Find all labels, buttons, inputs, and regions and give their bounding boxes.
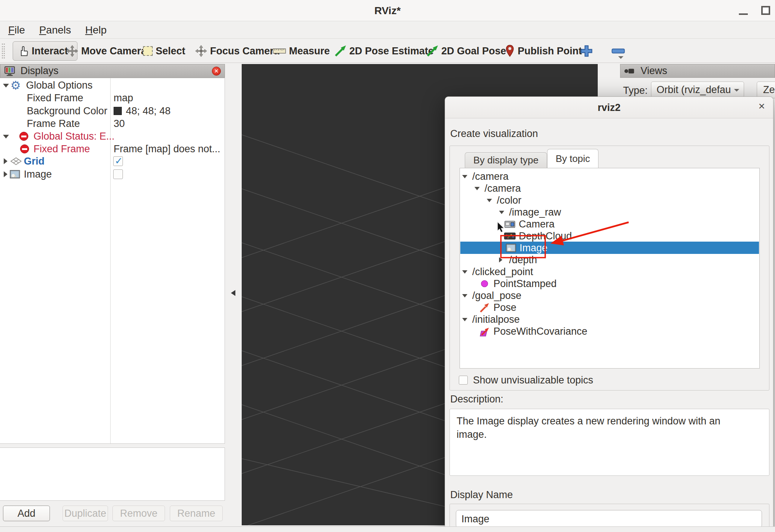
menu-panels[interactable]: Panels — [35, 24, 76, 36]
property-help-area — [0, 447, 225, 501]
show-unvisualizable-row: Show unvisualizable topics — [459, 374, 593, 386]
dialog-title: rviz2 — [445, 97, 773, 118]
display-row-global-options[interactable]: ⚙ Global Options — [0, 79, 225, 92]
expander-down-icon[interactable] — [3, 84, 9, 87]
description-text: The Image display creates a new renderin… — [450, 409, 769, 476]
expander-down-icon[interactable] — [474, 187, 480, 190]
expander-down-icon[interactable] — [462, 175, 467, 178]
row-value[interactable]: 30 — [114, 118, 125, 130]
maximize-button[interactable] — [761, 6, 770, 15]
menu-help[interactable]: Help — [81, 24, 111, 36]
window-title: RViz* — [0, 0, 775, 21]
move-arrows-icon — [66, 45, 78, 57]
add-tool-button[interactable] — [580, 41, 593, 61]
row-value[interactable]: 48; 48; 48 — [126, 105, 171, 117]
tab-by-display-type[interactable]: By display type — [465, 152, 547, 168]
goal-pose-tool-button[interactable]: 2D Goal Pose — [426, 41, 506, 61]
topic-row-clicked-point[interactable]: /clicked_point — [460, 266, 759, 278]
dialog-heading: Create visualization — [450, 128, 538, 140]
point-icon — [480, 280, 489, 288]
tab-by-topic[interactable]: By topic — [547, 149, 599, 168]
close-panel-icon[interactable]: ✕ — [212, 67, 221, 76]
row-label: Image — [24, 169, 52, 180]
toolbar-drag-handle[interactable] — [2, 44, 5, 58]
topic-row-image-raw[interactable]: /image_raw — [460, 206, 759, 218]
expander-down-icon[interactable] — [487, 199, 492, 202]
row-label: Background Color — [27, 105, 107, 117]
monitor-icon — [4, 66, 15, 76]
row-value[interactable]: map — [114, 92, 133, 104]
publish-point-tool-button[interactable]: Publish Point — [505, 41, 582, 61]
display-row-frame-rate[interactable]: Frame Rate 30 — [0, 117, 225, 130]
expander-down-icon[interactable] — [462, 294, 467, 297]
topic-row-initialpose[interactable]: /initialpose — [460, 313, 759, 325]
close-icon[interactable]: × — [758, 100, 765, 112]
map-pin-icon — [505, 45, 515, 57]
dialog-titlebar[interactable]: rviz2 × — [445, 97, 773, 118]
panel-splitter-handle[interactable] — [231, 290, 235, 296]
expander-right-icon[interactable] — [4, 158, 7, 164]
topic-row-pose-display[interactable]: Pose — [460, 302, 759, 313]
topic-row-pointstamped-display[interactable]: PointStamped — [460, 278, 759, 290]
tool-label: Interact — [32, 45, 68, 57]
displays-tree[interactable]: ⚙ Global Options Fixed Frame map Backgro… — [0, 78, 225, 444]
rename-button[interactable]: Rename — [170, 506, 223, 521]
zero-button[interactable]: Zer — [757, 82, 775, 98]
views-panel-header[interactable]: Views — [620, 64, 775, 78]
add-button[interactable]: Add — [3, 506, 50, 521]
row-label: Global Options — [26, 80, 93, 91]
focus-crosshair-icon — [195, 45, 207, 57]
views-type-label: Type: — [623, 85, 648, 96]
topic-row-depth[interactable]: /depth — [460, 254, 759, 266]
topic-row-goal-pose[interactable]: /goal_pose — [460, 290, 759, 302]
expander-down-icon[interactable] — [499, 211, 504, 214]
topic-row-camera-2[interactable]: /camera — [460, 182, 759, 194]
expander-down-icon[interactable] — [462, 318, 467, 321]
tool-label: Measure — [289, 45, 330, 57]
expander-down-icon[interactable] — [462, 270, 467, 274]
tool-label: Focus Camera — [210, 45, 279, 57]
camera-icon — [504, 220, 515, 229]
display-row-global-status[interactable]: Global Status: E... — [0, 130, 225, 143]
hand-cursor-icon — [18, 45, 29, 57]
pose-estimate-tool-button[interactable]: 2D Pose Estimate — [334, 41, 434, 61]
display-row-fixed-frame-error[interactable]: Fixed Frame Frame [map] does not... — [0, 143, 225, 155]
topic-tree[interactable]: /camera /camera /color /image_raw Camera… — [460, 168, 760, 369]
topic-row-color[interactable]: /color — [460, 194, 759, 206]
minimize-button[interactable] — [739, 13, 748, 15]
topic-row-camera[interactable]: /camera — [460, 171, 759, 182]
display-row-fixed-frame[interactable]: Fixed Frame map — [0, 92, 225, 104]
select-tool-button[interactable]: Select — [143, 41, 185, 61]
display-name-label: Display Name — [450, 489, 513, 501]
topic-row-depthcloud-display[interactable]: DepthCloud — [460, 230, 759, 242]
topic-row-posewithcovariance-display[interactable]: PoseWithCovariance — [460, 325, 759, 337]
expander-down-icon[interactable] — [3, 135, 9, 138]
expander-right-icon[interactable] — [4, 171, 7, 177]
show-unvisualizable-label: Show unvisualizable topics — [473, 375, 593, 386]
toolbar: Interact Move Camera Select Focus Camera… — [0, 39, 775, 63]
views-type-dropdown[interactable]: Orbit (rviz_defau — [651, 82, 744, 98]
duplicate-button[interactable]: Duplicate — [63, 506, 108, 521]
display-name-input[interactable] — [456, 510, 762, 528]
pose-covariance-icon — [479, 326, 490, 337]
toolbar-overflow-chevron-icon[interactable] — [618, 56, 623, 61]
remove-button[interactable]: Remove — [112, 506, 165, 521]
display-row-grid[interactable]: Grid — [0, 155, 225, 168]
menu-file[interactable]: File — [4, 24, 29, 36]
measure-tool-button[interactable]: Measure — [273, 41, 330, 61]
expander-right-icon[interactable] — [499, 257, 502, 262]
move-camera-tool-button[interactable]: Move Camera — [66, 41, 147, 61]
topic-row-camera-display[interactable]: Camera — [460, 218, 759, 230]
displays-panel-header[interactable]: Displays ✕ — [0, 64, 225, 78]
display-row-background-color[interactable]: Background Color 48; 48; 48 — [0, 105, 225, 117]
display-row-image[interactable]: Image — [0, 168, 225, 181]
show-unvisualizable-checkbox[interactable] — [459, 376, 468, 385]
topic-row-image-display[interactable]: Image — [460, 242, 759, 254]
views-camera-icon — [624, 68, 635, 74]
color-swatch[interactable] — [114, 107, 122, 115]
image-enabled-checkbox[interactable] — [113, 169, 123, 179]
create-visualization-group: By display type By topic /camera /camera… — [450, 146, 769, 391]
focus-camera-tool-button[interactable]: Focus Camera — [195, 41, 279, 61]
grid-enabled-checkbox[interactable] — [113, 156, 123, 166]
tool-label: Select — [156, 45, 185, 57]
